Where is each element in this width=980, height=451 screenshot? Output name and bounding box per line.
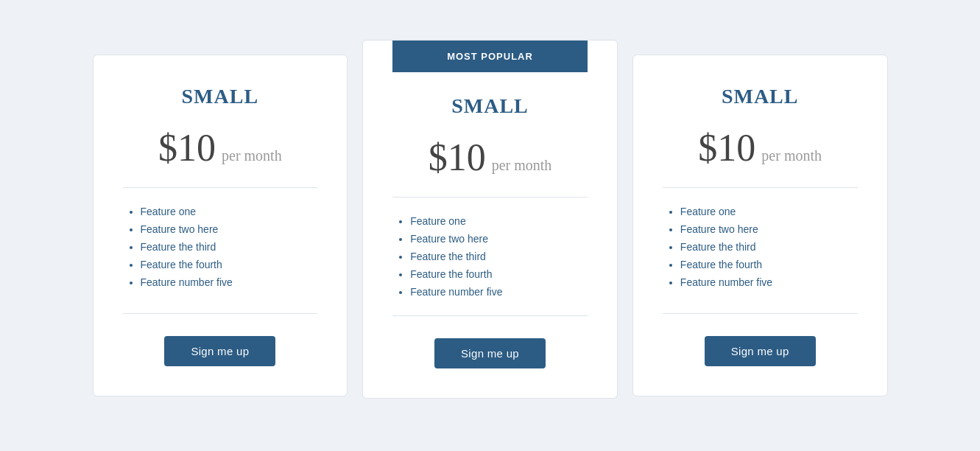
- sign-up-button[interactable]: Sign me up: [705, 336, 816, 366]
- price-row: $10 per month: [158, 126, 282, 169]
- features-list: Feature oneFeature two hereFeature the t…: [123, 203, 318, 291]
- feature-item: Feature the third: [680, 238, 858, 256]
- price-period: per month: [492, 157, 552, 174]
- price-period: per month: [222, 147, 282, 164]
- price-row: $10 per month: [429, 136, 552, 179]
- price-divider: [123, 187, 318, 188]
- sign-up-button[interactable]: Sign me up: [434, 338, 546, 368]
- features-divider: [663, 313, 858, 314]
- feature-item: Feature two here: [410, 230, 588, 248]
- price-period: per month: [761, 147, 822, 164]
- feature-item: Feature one: [141, 203, 318, 220]
- feature-item: Feature two here: [141, 220, 318, 238]
- feature-item: Feature number five: [141, 273, 318, 291]
- pricing-card-card-left: SMALL $10 per month Feature oneFeature t…: [93, 55, 348, 396]
- price-amount: $10: [158, 126, 216, 169]
- pricing-card-card-center: MOST POPULARSMALL $10 per month Feature …: [362, 40, 618, 399]
- feature-item: Feature two here: [680, 220, 858, 238]
- features-divider: [392, 315, 588, 316]
- features-divider: [123, 313, 318, 314]
- feature-item: Feature one: [410, 212, 588, 230]
- feature-item: Feature number five: [410, 283, 588, 301]
- plan-name: SMALL: [182, 85, 259, 108]
- features-list: Feature oneFeature two hereFeature the t…: [663, 203, 858, 291]
- price-row: $10 per month: [698, 126, 822, 169]
- price-divider: [392, 197, 588, 197]
- feature-item: Feature the fourth: [410, 265, 588, 283]
- features-list: Feature oneFeature two hereFeature the t…: [392, 212, 588, 301]
- feature-item: Feature the third: [141, 238, 318, 256]
- pricing-container: SMALL $10 per month Feature oneFeature t…: [85, 40, 895, 411]
- plan-name: SMALL: [451, 94, 529, 118]
- price-divider: [663, 187, 858, 188]
- feature-item: Feature the fourth: [141, 256, 318, 273]
- feature-item: Feature the fourth: [680, 256, 858, 273]
- plan-name: SMALL: [722, 85, 799, 108]
- price-amount: $10: [698, 126, 755, 169]
- price-amount: $10: [429, 136, 486, 179]
- feature-item: Feature one: [680, 203, 858, 220]
- feature-item: Feature number five: [680, 273, 858, 291]
- popular-badge: MOST POPULAR: [392, 41, 588, 72]
- pricing-card-card-right: SMALL $10 per month Feature oneFeature t…: [632, 55, 888, 396]
- sign-up-button[interactable]: Sign me up: [164, 336, 275, 366]
- feature-item: Feature the third: [410, 248, 588, 265]
